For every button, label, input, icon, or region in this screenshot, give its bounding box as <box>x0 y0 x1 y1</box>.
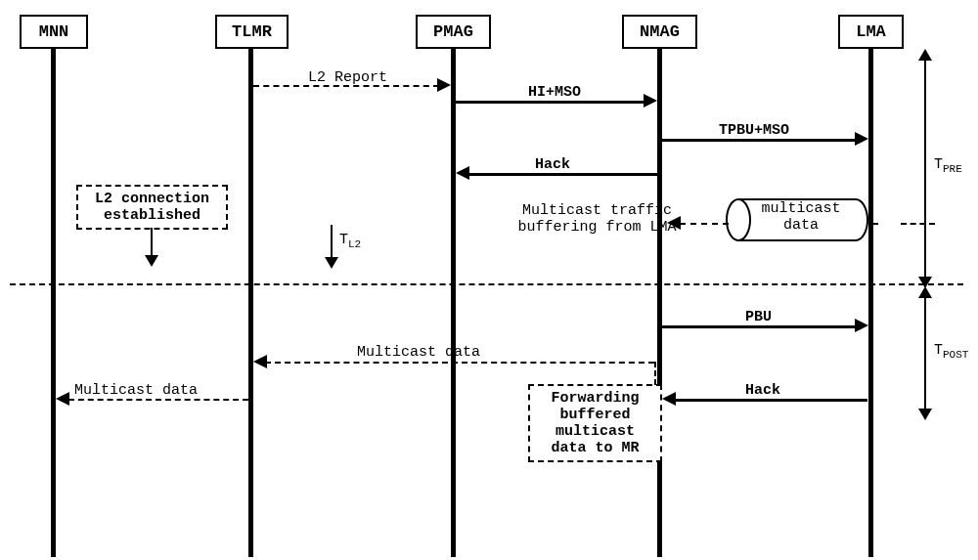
arrowhead-hi-mso <box>644 94 657 108</box>
arrowhead-tpbu-mso <box>855 132 868 146</box>
arrowhead-l2-report <box>437 78 451 92</box>
label-l2-report: L2 Report <box>308 69 387 86</box>
arrowhead-tpre-top <box>918 49 932 61</box>
connector-fwd <box>654 362 656 385</box>
label-hack1: Hack <box>535 156 570 173</box>
label-cylinder: multicast data <box>747 200 855 235</box>
lifeline-pmag <box>451 49 456 557</box>
arrowhead-down-l2conn <box>145 255 158 267</box>
box-forwarding: Forwarding buffered multicast data to MR <box>528 384 662 462</box>
actor-mnn: MNN <box>20 15 88 49</box>
arrow-down-l2conn <box>151 228 153 257</box>
arrow-multicast-final <box>68 399 248 401</box>
lifeline-tlmr <box>248 49 253 557</box>
arrow-hack1 <box>467 173 658 176</box>
label-tpbu-mso: TPBU+MSO <box>719 122 789 139</box>
arrowhead-tl2 <box>325 257 338 269</box>
separator-line <box>10 283 963 285</box>
label-tl2: TL2 <box>339 232 361 250</box>
lifeline-mnn <box>51 49 56 557</box>
actor-nmag: NMAG <box>622 15 697 49</box>
label-multicast-data: Multicast data <box>357 344 480 361</box>
lifeline-lma <box>868 49 873 557</box>
arrow-lma-cyl <box>901 223 935 225</box>
arrowhead-cyl-left <box>667 216 681 230</box>
label-tpost: TPOST <box>934 342 968 361</box>
arrowhead-multicast-final <box>56 392 69 406</box>
arrowhead-tpost-top <box>918 286 932 298</box>
label-hack2: Hack <box>745 382 780 399</box>
actor-tlmr: TLMR <box>215 15 289 49</box>
arrow-hi-mso <box>456 101 646 104</box>
arrowhead-hack2 <box>662 392 676 406</box>
arrow-hack2 <box>675 399 867 402</box>
arrow-tl2 <box>331 225 333 259</box>
actor-pmag: PMAG <box>416 15 491 49</box>
box-l2-conn: L2 connection established <box>76 185 228 230</box>
arrowhead-tpost-bot <box>918 409 932 420</box>
label-pbu: PBU <box>745 309 772 325</box>
label-hi-mso: HI+MSO <box>528 84 581 101</box>
arrowhead-multicast-data <box>253 355 267 368</box>
label-multicast-final: Multicast data <box>74 382 198 399</box>
arrowhead-pbu <box>855 319 868 332</box>
text-forwarding: Forwarding buffered multicast data to MR <box>551 390 639 456</box>
arrow-tpbu-mso <box>662 139 858 142</box>
bracket-tpost <box>924 298 926 410</box>
lifeline-nmag <box>657 49 662 557</box>
label-tpre: TPRE <box>934 156 962 175</box>
text-l2-conn: L2 connection established <box>95 191 209 224</box>
bracket-tpre <box>924 59 926 279</box>
actor-lma: LMA <box>838 15 904 49</box>
arrow-lma-cyl2 <box>868 223 878 225</box>
arrowhead-hack1 <box>456 166 469 180</box>
arrow-pbu <box>662 325 858 328</box>
arrow-multicast-data <box>265 362 654 364</box>
arrow-cyl-left <box>680 223 729 225</box>
